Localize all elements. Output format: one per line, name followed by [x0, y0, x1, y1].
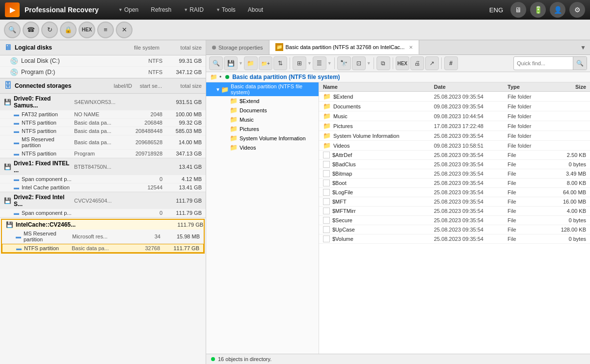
- drive3-ntfs[interactable]: ▬NTFS partition Basic data pa... 32768 1…: [2, 244, 204, 253]
- rt-search-box: 🔍: [513, 56, 587, 70]
- language-selector[interactable]: ENG: [489, 6, 503, 14]
- file-row-videos[interactable]: 📁Videos 09.08.2023 10:58:51 File folder: [319, 141, 590, 151]
- logical-disks-header: 🖥 Logical disks file system total size: [0, 40, 206, 55]
- rt-hash-btn[interactable]: #: [444, 56, 458, 70]
- user-icon[interactable]: 👤: [550, 2, 565, 18]
- settings-icon[interactable]: ⚙: [569, 2, 585, 18]
- rt-copy-btn[interactable]: ⧉: [376, 56, 390, 70]
- connected-storages-icon: 🗄: [4, 81, 12, 90]
- tab-overflow-btn[interactable]: ▼: [576, 44, 590, 51]
- file-row-badclus[interactable]: $BadClus 25.08.2023 09:35:54 File 0 byte…: [319, 160, 590, 169]
- menu-about[interactable]: About: [243, 4, 268, 15]
- tree-item-root[interactable]: ▼ 📁 Basic data partition (NTFS file syst…: [206, 82, 319, 96]
- drive0-msreserved[interactable]: ▬MS Reserved partition Basic data pa... …: [0, 135, 206, 150]
- folder-documents-icon: 📁: [323, 103, 331, 110]
- drive0-ntfs2[interactable]: ▬NTFS partition Basic data pa... 2084884…: [0, 127, 206, 135]
- intel-cache-icon: ▬: [14, 184, 19, 190]
- menu-bar: ▼ Open Refresh ▼ RAID ▼ Tools About: [113, 4, 489, 15]
- file-row-boot[interactable]: $Boot 25.08.2023 09:35:54 File 8.00 KB: [319, 179, 590, 188]
- files-panel: Name Date Type Size 📁$Extend 25.08.2023 …: [319, 82, 590, 354]
- monitor-icon[interactable]: 🖥: [510, 2, 526, 18]
- battery-icon[interactable]: 🔋: [530, 2, 546, 18]
- quick-find-input[interactable]: [514, 59, 573, 68]
- tree-music-icon: 📁: [230, 116, 238, 123]
- drive2-header[interactable]: 💾 Drive2: Fixed Intel S... CVCV246504...…: [0, 192, 206, 209]
- quick-find-submit[interactable]: 🔍: [573, 57, 587, 70]
- drive0-header[interactable]: 💾 Drive0: Fixed Samus... S4EWNXOR53... 9…: [0, 94, 206, 110]
- tree-extend-icon: 📁: [230, 97, 238, 104]
- toolbar-search-btn[interactable]: 🔍: [4, 22, 21, 38]
- file-row-volume[interactable]: $Volume 25.08.2023 09:35:54 File 0 bytes: [319, 234, 590, 244]
- tree-panel: ▼ 📁 Basic data partition (NTFS file syst…: [206, 82, 319, 354]
- file-row-upcase[interactable]: $UpCase 25.08.2023 09:35:54 File 128.00 …: [319, 225, 590, 234]
- rt-hex-btn[interactable]: HEX: [396, 56, 409, 70]
- menu-raid[interactable]: ▼ RAID: [179, 4, 209, 15]
- right-panel: Storage properties 📁 Basic data partitio…: [206, 40, 590, 364]
- rt-list-arrow[interactable]: ▼: [327, 61, 332, 66]
- rt-save-arrow[interactable]: ▼: [239, 61, 243, 66]
- tree-item-pictures[interactable]: 📁 Pictures: [206, 124, 319, 133]
- rt-view-grid-btn[interactable]: ⊞: [293, 56, 306, 70]
- tab-basic-data-partition[interactable]: 📁 Basic data partition (NTFS at 32768 on…: [269, 40, 420, 54]
- logical-disk-program-d[interactable]: 💿 Program (D:) NTFS 347.12 GB: [0, 67, 206, 78]
- tree-item-extend[interactable]: 📁 $Extend: [206, 96, 319, 105]
- toolbar-close-btn[interactable]: ✕: [116, 22, 133, 38]
- tree-root-icon: 📁: [221, 86, 229, 93]
- file-row-bitmap[interactable]: $Bitmap 25.08.2023 09:35:54 File 3.49 MB: [319, 169, 590, 179]
- file-row-mft[interactable]: $MFT 25.08.2023 09:35:54 File 16.00 MB: [319, 197, 590, 207]
- drive3-msres-icon: ▬: [16, 234, 21, 239]
- file-row-secure[interactable]: $Secure 25.08.2023 09:35:54 File 0 bytes: [319, 216, 590, 225]
- drive0-ntfs3[interactable]: ▬NTFS partition Program 209718928 347.13…: [0, 150, 206, 158]
- toolbar-phone-btn[interactable]: ☎: [23, 22, 39, 38]
- tree-item-music[interactable]: 📁 Music: [206, 115, 319, 124]
- file-row-pictures[interactable]: 📁Pictures 17.08.2023 17:22:48 File folde…: [319, 121, 590, 131]
- file-row-mftmirr[interactable]: $MFTMirr 25.08.2023 09:35:54 File 4.00 K…: [319, 207, 590, 216]
- drive0-fat32[interactable]: ▬FAT32 partition NO NAME 2048 100.00 MB: [0, 110, 206, 119]
- rt-binoculars-btn[interactable]: 🔭: [337, 56, 351, 70]
- right-toolbar: 🔍 💾 ▼ 📁 📁+ ⇅ ⊞ ▼ ☰ ▼ 🔭 ⊡ ▼ ⧉ HEX 🖨 ↗ #: [206, 55, 590, 72]
- tab-close-btn[interactable]: ✕: [409, 45, 413, 50]
- rt-folder-up-btn[interactable]: 📁: [244, 56, 258, 70]
- left-toolbar: 🔍 ☎ ↻ 🔒 HEX ≡ ✕: [0, 20, 590, 40]
- toolbar-lock-btn[interactable]: 🔒: [60, 22, 77, 38]
- file-row-attrdef[interactable]: $AttrDef 25.08.2023 09:35:54 File 2.50 K…: [319, 151, 590, 160]
- file-row-documents[interactable]: 📁Documents 09.08.2023 09:35:54 File fold…: [319, 102, 590, 111]
- toolbar-hex-btn[interactable]: HEX: [79, 22, 95, 38]
- rt-folder-add-btn[interactable]: 📁+: [259, 56, 272, 70]
- toolbar-list-btn[interactable]: ≡: [97, 22, 114, 38]
- folder-sysvolinfo-icon: 📁: [323, 132, 331, 139]
- tree-item-documents[interactable]: 📁 Documents: [206, 105, 319, 115]
- tree-item-sysvolinfo[interactable]: 📁 System Volume Information: [206, 133, 319, 143]
- rt-view-arrow[interactable]: ▼: [307, 61, 312, 66]
- file-row-sysvolinfo[interactable]: 📁System Volume Information 25.08.2023 09…: [319, 131, 590, 141]
- ntfs2-icon: ▬: [14, 128, 19, 134]
- drive2-span[interactable]: ▬Span component p... 0 111.79 GB: [0, 209, 206, 217]
- drive3-header[interactable]: 💾 IntelCache::CV2465... 111.79 GB: [2, 220, 204, 230]
- rt-filter-btn[interactable]: ⊡: [352, 56, 366, 70]
- file-mft-icon: [323, 198, 330, 205]
- rt-sort-btn[interactable]: ⇅: [273, 56, 287, 70]
- rt-save-btn[interactable]: 💾: [224, 56, 238, 70]
- drive1-span[interactable]: ▬Span component p... 0 4.12 MB: [0, 175, 206, 183]
- rt-search-btn[interactable]: 🔍: [209, 56, 223, 70]
- rt-view-list-btn[interactable]: ☰: [313, 56, 326, 70]
- drive0-ntfs1[interactable]: ▬NTFS partition Basic data pa... 206848 …: [0, 119, 206, 127]
- menu-refresh[interactable]: Refresh: [146, 4, 176, 15]
- logical-disk-local-c[interactable]: 💿 Local Disk (C:) NTFS 99.31 GB: [0, 55, 206, 67]
- file-row-logfile[interactable]: $LogFile 25.08.2023 09:35:54 File 64.00 …: [319, 188, 590, 197]
- tab-storage-properties[interactable]: Storage properties: [206, 40, 269, 54]
- tabs: Storage properties 📁 Basic data partitio…: [206, 40, 590, 55]
- file-row-music[interactable]: 📁Music 09.08.2023 10:44:54 File folder: [319, 111, 590, 121]
- rt-filter-arrow[interactable]: ▼: [367, 61, 371, 66]
- left-panel: 🖥 Logical disks file system total size 💿…: [0, 40, 206, 364]
- file-row-extend[interactable]: 📁$Extend 25.08.2023 09:35:54 File folder: [319, 92, 590, 102]
- drive1-intel-cache[interactable]: ▬Intel Cache partition 12544 13.41 GB: [0, 183, 206, 192]
- rt-print-btn[interactable]: 🖨: [410, 56, 424, 70]
- menu-open[interactable]: ▼ Open: [113, 4, 143, 15]
- menu-tools[interactable]: ▼ Tools: [211, 4, 241, 15]
- toolbar-refresh-btn[interactable]: ↻: [41, 22, 58, 38]
- rt-export-btn[interactable]: ↗: [425, 56, 439, 70]
- drive3-msreserved[interactable]: ▬MS Reserved partition Microsoft res... …: [2, 230, 204, 244]
- drive1-header[interactable]: 💾 Drive1: Fixed INTEL ... BTBT84750N... …: [0, 158, 206, 175]
- tree-item-videos[interactable]: 📁 Videos: [206, 143, 319, 152]
